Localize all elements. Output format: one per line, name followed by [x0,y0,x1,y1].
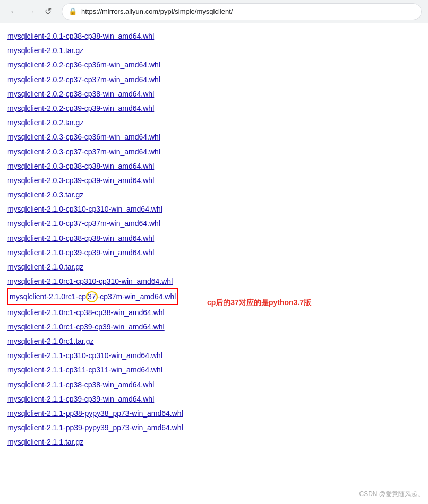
file-link[interactable]: mysqlclient-2.1.0.tar.gz [7,263,83,271]
list-item: mysqlclient-2.0.3-cp36-cp36m-win_amd64.w… [7,129,421,144]
file-link[interactable]: mysqlclient-2.1.1-pp38-pypy38_pp73-win_a… [7,409,183,418]
list-item: mysqlclient-2.0.2-cp37-cp37m-win_amd64.w… [7,72,421,86]
list-item: mysqlclient-2.1.1.tar.gz [7,435,421,449]
file-link[interactable]: mysqlclient-2.0.3.tar.gz [7,190,83,199]
list-item: mysqlclient-2.0.3-cp38-cp38-win_amd64.wh… [7,159,421,173]
list-item: mysqlclient-2.1.1-cp311-cp311-win_amd64.… [7,362,421,377]
list-item: mysqlclient-2.1.1-cp39-cp39-win_amd64.wh… [7,392,421,406]
list-item: mysqlclient-2.1.0.tar.gz [7,259,421,274]
list-item: mysqlclient-2.1.0-cp39-cp39-win_amd64.wh… [7,245,421,259]
list-item: mysqlclient-2.1.1-cp38-cp38-win_amd64.wh… [7,377,421,392]
circle-highlight: 37 [86,291,98,302]
browser-chrome: ← → ↺ 🔒 https://mirrors.aliyun.com/pypi/… [0,0,428,23]
file-link[interactable]: mysqlclient-2.0.3-cp37-cp37m-win_amd64.w… [7,147,160,156]
list-item: mysqlclient-2.1.0rc1.tar.gz [7,334,421,348]
list-item: mysqlclient-2.1.1-pp39-pypy39_pp73-win_a… [7,420,421,435]
file-link[interactable]: mysqlclient-2.1.1-pp39-pypy39_pp73-win_a… [7,423,183,432]
list-item: mysqlclient-2.1.0-cp37-cp37m-win_amd64.w… [7,216,421,230]
list-item: mysqlclient-2.0.2-cp36-cp36m-win_amd64.w… [7,57,421,72]
file-link[interactable]: mysqlclient-2.1.0-cp37-cp37m-win_amd64.w… [7,219,160,228]
list-item: mysqlclient-2.1.0-cp38-cp38-win_amd64.wh… [7,231,421,245]
list-item: mysqlclient-2.0.2-cp38-cp38-win_amd64.wh… [7,86,421,101]
page-content: mysqlclient-2.0.1-cp38-cp38-win_amd64.wh… [0,23,428,454]
list-item: mysqlclient-2.0.2.tar.gz [7,115,421,129]
csdn-watermark: CSDN @爱意随风起。 [359,490,424,499]
file-link[interactable]: mysqlclient-2.1.0rc1-cp39-cp39-win_amd64… [7,323,165,331]
list-item: mysqlclient-2.0.3.tar.gz [7,187,421,202]
file-link[interactable]: mysqlclient-2.0.2-cp36-cp36m-win_amd64.w… [7,60,160,69]
list-item: mysqlclient-2.0.3-cp37-cp37m-win_amd64.w… [7,144,421,159]
list-item: mysqlclient-2.1.1-pp38-pypy38_pp73-win_a… [7,406,421,420]
list-item: mysqlclient-2.1.0rc1-cp38-cp38-win_amd64… [7,305,421,319]
list-item: mysqlclient-2.1.0-cp310-cp310-win_amd64.… [7,202,421,216]
list-item: mysqlclient-2.1.0rc1-cp37-cp37m-win_amd6… [7,288,421,305]
refresh-button[interactable]: ↺ [40,4,55,19]
file-link[interactable]: mysqlclient-2.0.2-cp38-cp38-win_amd64.wh… [7,90,154,98]
address-bar[interactable]: 🔒 https://mirrors.aliyun.com/pypi/simple… [62,3,422,20]
file-link[interactable]: mysqlclient-2.0.3-cp38-cp38-win_amd64.wh… [7,162,154,170]
file-link[interactable]: mysqlclient-2.0.3-cp36-cp36m-win_amd64.w… [7,133,160,141]
file-link[interactable]: mysqlclient-2.1.0-cp39-cp39-win_amd64.wh… [7,248,154,257]
file-link[interactable]: mysqlclient-2.0.2.tar.gz [7,118,83,127]
file-link[interactable]: mysqlclient-2.1.1-cp310-cp310-win_amd64.… [7,351,162,360]
highlighted-link[interactable]: mysqlclient-2.1.0rc1-cp37-cp37m-win_amd6… [10,292,176,301]
file-link[interactable]: mysqlclient-2.1.1-cp38-cp38-win_amd64.wh… [7,380,154,389]
file-link[interactable]: mysqlclient-2.0.2-cp37-cp37m-win_amd64.w… [7,75,160,84]
link-list: mysqlclient-2.0.1-cp38-cp38-win_amd64.wh… [7,29,421,449]
list-item: mysqlclient-2.0.1.tar.gz [7,43,421,57]
file-link[interactable]: mysqlclient-2.0.2-cp39-cp39-win_amd64.wh… [7,104,154,112]
list-item: mysqlclient-2.0.1-cp38-cp38-win_amd64.wh… [7,29,421,43]
list-item: mysqlclient-2.0.3-cp39-cp39-win_amd64.wh… [7,173,421,187]
highlighted-row: mysqlclient-2.1.0rc1-cp37-cp37m-win_amd6… [7,288,178,305]
lock-icon: 🔒 [69,7,77,15]
list-item: mysqlclient-2.0.2-cp39-cp39-win_amd64.wh… [7,101,421,115]
file-link[interactable]: mysqlclient-2.1.0rc1-cp310-cp310-win_amd… [7,277,173,285]
file-link[interactable]: mysqlclient-2.0.1-cp38-cp38-win_amd64.wh… [7,32,154,40]
file-link[interactable]: mysqlclient-2.1.0rc1.tar.gz [7,337,94,345]
file-link[interactable]: mysqlclient-2.1.0-cp38-cp38-win_amd64.wh… [7,234,154,242]
list-item: mysqlclient-2.1.0rc1-cp39-cp39-win_amd64… [7,319,421,334]
back-button[interactable]: ← [6,4,21,19]
file-link[interactable]: mysqlclient-2.1.1.tar.gz [7,438,83,446]
list-item: mysqlclient-2.1.0rc1-cp310-cp310-win_amd… [7,274,421,288]
forward-button[interactable]: → [23,4,38,19]
file-link[interactable]: mysqlclient-2.1.0rc1-cp38-cp38-win_amd64… [7,308,165,317]
file-link[interactable]: mysqlclient-2.1.0-cp310-cp310-win_amd64.… [7,205,162,213]
nav-buttons: ← → ↺ [6,4,55,19]
url-text: https://mirrors.aliyun.com/pypi/simple/m… [81,7,415,15]
list-item: mysqlclient-2.1.1-cp310-cp310-win_amd64.… [7,348,421,362]
file-link[interactable]: mysqlclient-2.1.1-cp39-cp39-win_amd64.wh… [7,395,154,403]
file-link[interactable]: mysqlclient-2.0.1.tar.gz [7,46,83,55]
file-link[interactable]: mysqlclient-2.1.1-cp311-cp311-win_amd64.… [7,366,162,374]
file-link[interactable]: mysqlclient-2.0.3-cp39-cp39-win_amd64.wh… [7,176,154,185]
